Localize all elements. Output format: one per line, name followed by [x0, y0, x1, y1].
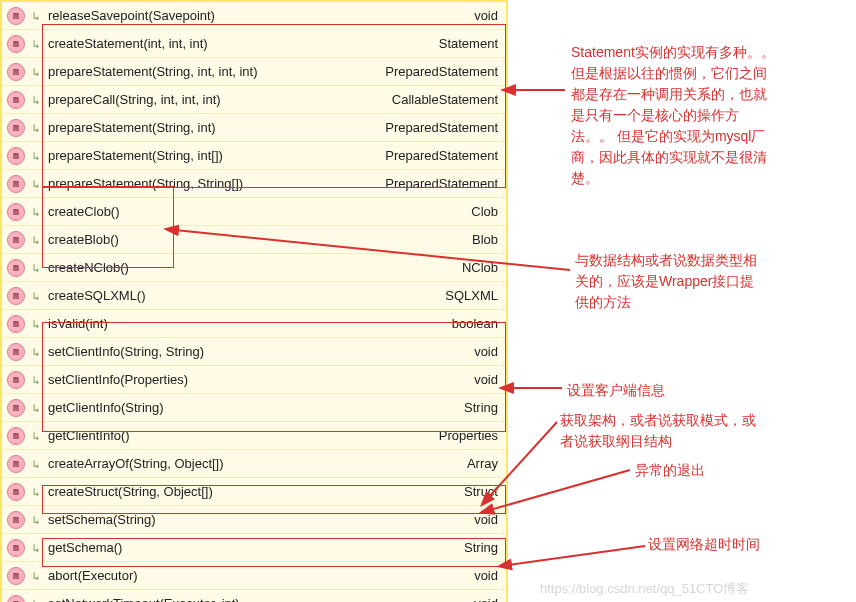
svg-line-5 [508, 546, 645, 565]
return-type: PreparedStatement [385, 176, 500, 191]
override-icon: ↳ [26, 289, 46, 303]
method-name: abort(Executor) [46, 568, 474, 583]
method-name: prepareStatement(String, int) [46, 120, 385, 135]
return-type: Array [467, 456, 500, 471]
list-item[interactable]: m ↳ createStatement(int, int, int) State… [2, 29, 506, 57]
return-type: Properties [439, 428, 500, 443]
return-type: void [474, 596, 500, 602]
override-icon: ↳ [26, 65, 46, 79]
override-icon: ↳ [26, 9, 46, 23]
method-name: getSchema() [46, 540, 464, 555]
return-type: CallableStatement [392, 92, 500, 107]
method-name: createNClob() [46, 260, 462, 275]
list-item[interactable]: m ↳ createBlob() Blob [2, 225, 506, 253]
return-type: Clob [471, 204, 500, 219]
return-type: String [464, 540, 500, 555]
method-name: setClientInfo(String, String) [46, 344, 474, 359]
return-type: Struct [464, 484, 500, 499]
method-icon: m [6, 510, 26, 530]
method-name: prepareStatement(String, String[]) [46, 176, 385, 191]
override-icon: ↳ [26, 93, 46, 107]
annotation-text: 设置网络超时时间 [648, 534, 760, 555]
list-item[interactable]: m ↳ prepareStatement(String, int[]) Prep… [2, 141, 506, 169]
list-item[interactable]: m ↳ createSQLXML() SQLXML [2, 281, 506, 309]
return-type: Blob [472, 232, 500, 247]
annotation-text: Statement实例的实现有多种。。 但是根据以往的惯例，它们之间 都是存在一… [571, 42, 841, 189]
list-item[interactable]: m ↳ prepareCall(String, int, int, int) C… [2, 85, 506, 113]
method-icon: m [6, 398, 26, 418]
return-type: Statement [439, 36, 500, 51]
method-icon: m [6, 118, 26, 138]
list-item[interactable]: m ↳ createClob() Clob [2, 197, 506, 225]
list-item[interactable]: m ↳ createArrayOf(String, Object[]) Arra… [2, 449, 506, 477]
annotation-text: 设置客户端信息 [567, 380, 665, 401]
list-item[interactable]: m ↳ releaseSavepoint(Savepoint) void [2, 2, 506, 29]
method-name: setSchema(String) [46, 512, 474, 527]
list-item[interactable]: m ↳ getSchema() String [2, 533, 506, 561]
list-item[interactable]: m ↳ createStruct(String, Object[]) Struc… [2, 477, 506, 505]
method-icon: m [6, 482, 26, 502]
override-icon: ↳ [26, 513, 46, 527]
annotation-text: 与数据结构或者说数据类型相 关的，应该是Wrapper接口提 供的方法 [575, 250, 835, 313]
list-item[interactable]: m ↳ prepareStatement(String, int, int, i… [2, 57, 506, 85]
method-icon: m [6, 454, 26, 474]
override-icon: ↳ [26, 373, 46, 387]
method-icon: m [6, 202, 26, 222]
method-name: createStruct(String, Object[]) [46, 484, 464, 499]
list-item[interactable]: m ↳ getClientInfo() Properties [2, 421, 506, 449]
list-item[interactable]: m ↳ prepareStatement(String, String[]) P… [2, 169, 506, 197]
method-icon: m [6, 230, 26, 250]
override-icon: ↳ [26, 233, 46, 247]
override-icon: ↳ [26, 261, 46, 275]
list-item[interactable]: m ↳ setClientInfo(Properties) void [2, 365, 506, 393]
override-icon: ↳ [26, 317, 46, 331]
method-name: createSQLXML() [46, 288, 445, 303]
method-name: prepareStatement(String, int[]) [46, 148, 385, 163]
svg-line-4 [490, 470, 630, 510]
method-name: getClientInfo(String) [46, 400, 464, 415]
method-icon: m [6, 62, 26, 82]
method-list-panel: m ↳ releaseSavepoint(Savepoint) void m ↳… [0, 0, 508, 602]
method-icon: m [6, 370, 26, 390]
method-icon: m [6, 174, 26, 194]
method-name: releaseSavepoint(Savepoint) [46, 8, 474, 23]
override-icon: ↳ [26, 345, 46, 359]
override-icon: ↳ [26, 569, 46, 583]
method-icon: m [6, 538, 26, 558]
method-icon: m [6, 566, 26, 586]
method-name: prepareStatement(String, int, int, int) [46, 64, 385, 79]
method-name: createClob() [46, 204, 471, 219]
method-icon: m [6, 594, 26, 603]
override-icon: ↳ [26, 457, 46, 471]
method-icon: m [6, 146, 26, 166]
method-name: createBlob() [46, 232, 472, 247]
override-icon: ↳ [26, 401, 46, 415]
return-type: void [474, 8, 500, 23]
list-item[interactable]: m ↳ abort(Executor) void [2, 561, 506, 589]
method-icon: m [6, 426, 26, 446]
list-item[interactable]: m ↳ setSchema(String) void [2, 505, 506, 533]
method-name: getClientInfo() [46, 428, 439, 443]
override-icon: ↳ [26, 541, 46, 555]
override-icon: ↳ [26, 429, 46, 443]
return-type: PreparedStatement [385, 64, 500, 79]
list-item[interactable]: m ↳ prepareStatement(String, int) Prepar… [2, 113, 506, 141]
watermark-text: https://blog.csdn.net/qq_51CTO博客 [540, 580, 749, 598]
list-item[interactable]: m ↳ setClientInfo(String, String) void [2, 337, 506, 365]
method-name: createArrayOf(String, Object[]) [46, 456, 467, 471]
return-type: void [474, 568, 500, 583]
return-type: boolean [452, 316, 500, 331]
list-item[interactable]: m ↳ isValid(int) boolean [2, 309, 506, 337]
method-icon: m [6, 314, 26, 334]
return-type: PreparedStatement [385, 148, 500, 163]
return-type: void [474, 512, 500, 527]
override-icon: ↳ [26, 485, 46, 499]
method-icon: m [6, 90, 26, 110]
override-icon: ↳ [26, 597, 46, 603]
list-item[interactable]: m ↳ setNetworkTimeout(Executor, int) voi… [2, 589, 506, 602]
method-icon: m [6, 258, 26, 278]
list-item[interactable]: m ↳ createNClob() NClob [2, 253, 506, 281]
annotation-text: 获取架构，或者说获取模式，或 者说获取纲目结构 [560, 410, 840, 452]
list-item[interactable]: m ↳ getClientInfo(String) String [2, 393, 506, 421]
override-icon: ↳ [26, 37, 46, 51]
